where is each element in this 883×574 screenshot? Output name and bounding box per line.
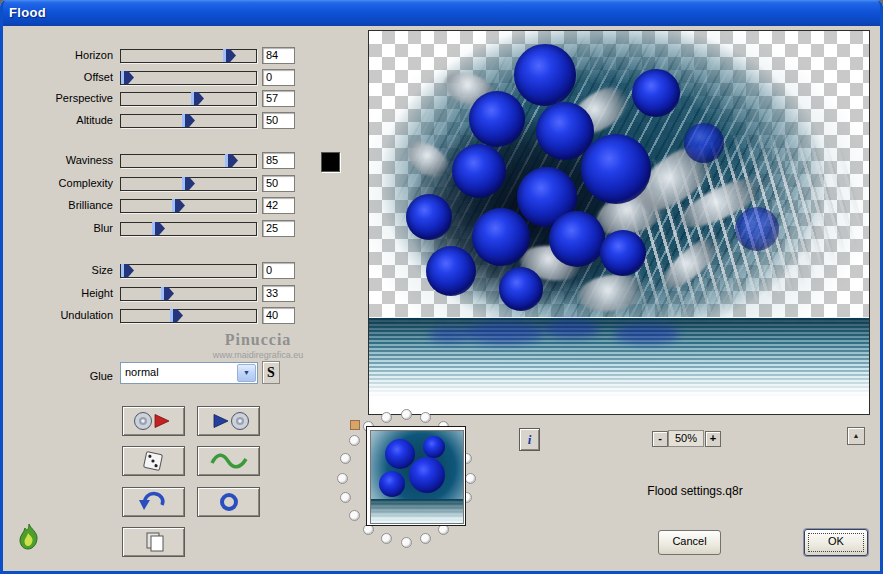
slider-thumb[interactable] [161, 287, 174, 300]
blue-rose [684, 123, 724, 163]
preview-art [369, 31, 869, 414]
memory-dot[interactable] [420, 412, 431, 423]
slider-row-perspective: Perspective 57 [0, 91, 300, 106]
copy-button[interactable] [122, 527, 185, 557]
water-color-swatch[interactable] [321, 152, 340, 172]
slider-thumb[interactable] [225, 154, 238, 167]
save-settings-button[interactable] [197, 406, 260, 436]
window-title: Flood [9, 5, 46, 20]
reflection-blobs [369, 318, 869, 398]
waviness-slider[interactable] [120, 154, 257, 168]
cancel-button[interactable]: Cancel [658, 530, 721, 555]
slider-thumb[interactable] [121, 264, 134, 277]
zoom-out-button[interactable]: - [652, 431, 668, 447]
slider-thumb[interactable] [172, 199, 185, 212]
blue-rose [472, 208, 530, 266]
wave-style-button[interactable] [197, 446, 260, 476]
horizon-value[interactable]: 84 [262, 47, 295, 64]
complexity-slider[interactable] [120, 177, 257, 191]
cd-save-icon [207, 410, 251, 432]
memory-dot[interactable] [349, 435, 360, 446]
height-value[interactable]: 33 [262, 285, 295, 302]
slider-thumb[interactable] [121, 71, 134, 84]
copy-page-icon [132, 531, 176, 553]
memory-marker[interactable] [350, 420, 360, 430]
zoom-level[interactable]: 50% [668, 430, 704, 447]
preview-panel[interactable] [368, 30, 870, 415]
brilliance-value[interactable]: 42 [262, 197, 295, 214]
flaming-pear-logo-icon [16, 523, 42, 551]
chevron-down-icon[interactable]: ▼ [237, 364, 256, 382]
undulation-slider[interactable] [120, 309, 257, 323]
cd-load-icon [132, 410, 176, 432]
thumbnail-rose [385, 439, 415, 469]
dice-icon [132, 450, 176, 472]
perspective-slider[interactable] [120, 92, 257, 106]
glue-label: Glue [0, 366, 113, 386]
size-value[interactable]: 0 [262, 262, 295, 279]
complexity-value[interactable]: 50 [262, 175, 295, 192]
offset-slider[interactable] [120, 71, 257, 85]
altitude-slider[interactable] [120, 114, 257, 128]
memory-dot[interactable] [381, 412, 392, 423]
thumbnail-water [371, 499, 463, 523]
slider-thumb[interactable] [223, 49, 236, 62]
slider-label: Altitude [0, 113, 113, 128]
slider-row-brilliance: Brilliance 42 [0, 198, 300, 213]
memory-dot[interactable] [340, 492, 351, 503]
slider-thumb[interactable] [191, 92, 204, 105]
blur-value[interactable]: 25 [262, 220, 295, 237]
blue-rose [581, 134, 651, 204]
zoom-in-button[interactable]: + [705, 431, 721, 447]
blue-rose [426, 246, 476, 296]
slider-thumb[interactable] [170, 309, 183, 322]
offset-value[interactable]: 0 [262, 69, 295, 86]
blue-rose [499, 267, 543, 311]
watermark-url: www.maidiregrafica.eu [178, 350, 338, 360]
memory-dot[interactable] [465, 473, 476, 484]
memory-dot[interactable] [381, 533, 392, 544]
silver-leaf [656, 231, 726, 296]
blur-slider[interactable] [120, 222, 257, 236]
thumbnail-rose [409, 457, 445, 493]
glue-s-button[interactable]: S [262, 361, 280, 384]
random-settings-button[interactable] [122, 446, 185, 476]
slider-thumb[interactable] [182, 114, 195, 127]
perspective-value[interactable]: 57 [262, 90, 295, 107]
slider-row-waviness: Waviness 85 [0, 153, 300, 168]
size-slider[interactable] [120, 264, 257, 278]
slider-label: Perspective [0, 91, 113, 106]
slider-thumb[interactable] [182, 177, 195, 190]
glue-selected-value: normal [125, 363, 159, 381]
undulation-value[interactable]: 40 [262, 307, 295, 324]
height-slider[interactable] [120, 287, 257, 301]
load-settings-button[interactable] [122, 406, 185, 436]
rose-reflection [429, 328, 469, 342]
ok-button[interactable]: OK [804, 529, 868, 556]
memory-dot[interactable] [349, 510, 360, 521]
memory-dot[interactable] [401, 537, 412, 548]
slider-row-size: Size 0 [0, 263, 300, 278]
slider-thumb[interactable] [152, 222, 165, 235]
ring-icon [207, 491, 251, 513]
scroll-up-button[interactable]: ▲ [847, 427, 865, 445]
slider-label: Offset [0, 70, 113, 85]
waviness-value[interactable]: 85 [262, 152, 295, 169]
reset-button[interactable] [197, 487, 260, 517]
horizon-slider[interactable] [120, 49, 257, 63]
altitude-value[interactable]: 50 [262, 112, 295, 129]
memory-dot[interactable] [340, 453, 351, 464]
rose-reflection [464, 322, 544, 344]
info-button[interactable]: i [519, 428, 540, 451]
silver-leaf [400, 133, 453, 184]
brilliance-slider[interactable] [120, 199, 257, 213]
blue-rose [406, 194, 452, 240]
slider-row-height: Height 33 [0, 286, 300, 301]
memory-dot[interactable] [420, 533, 431, 544]
undo-button[interactable] [122, 487, 185, 517]
preview-thumbnail[interactable] [366, 426, 466, 526]
memory-dot[interactable] [337, 473, 348, 484]
glue-dropdown[interactable]: normal ▼ [120, 362, 258, 384]
memory-dot[interactable] [401, 409, 412, 420]
titlebar[interactable]: Flood [0, 0, 883, 26]
